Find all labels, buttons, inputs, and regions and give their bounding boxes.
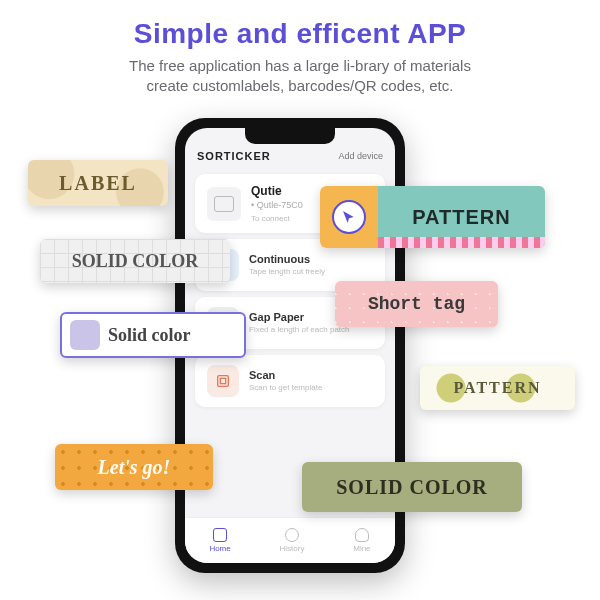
- scan-icon: [207, 365, 239, 397]
- page-subheading: The free application has a large li-brar…: [0, 56, 600, 97]
- dinosaur-icon: [70, 320, 100, 350]
- device-name: Qutie: [251, 184, 303, 198]
- device-sub: • Qutle-75C0: [251, 200, 303, 210]
- row-title: Scan: [249, 369, 322, 381]
- bottom-nav: Home History Mine: [185, 517, 395, 563]
- nav-history[interactable]: History: [280, 528, 305, 553]
- row-sub: Scan to get template: [249, 383, 322, 393]
- pattern-text: PATTERN: [412, 206, 510, 229]
- sample-lets-go: Let's go!: [55, 444, 213, 490]
- nav-label: History: [280, 544, 305, 553]
- home-icon: [213, 528, 227, 542]
- add-device-link[interactable]: Add device: [338, 151, 383, 161]
- nav-home[interactable]: Home: [209, 528, 230, 553]
- row-title: Continuous: [249, 253, 325, 265]
- svg-rect-3: [218, 376, 229, 387]
- sample-label: LABEL: [28, 160, 168, 206]
- subheading-line-2: create customlabels, barcodes/QR codes, …: [147, 77, 454, 94]
- sample-solid-olive: SOLID COLOR: [302, 462, 522, 512]
- clock-icon: [285, 528, 299, 542]
- row-sub: Tape length cut freely: [249, 267, 325, 277]
- subheading-line-1: The free application has a large li-brar…: [129, 57, 471, 74]
- user-icon: [355, 528, 369, 542]
- nav-label: Home: [209, 544, 230, 553]
- sample-pattern-green: PATTERN: [420, 366, 575, 410]
- pattern-text-panel: PATTERN: [378, 186, 545, 248]
- cursor-icon: [332, 200, 366, 234]
- pattern-icon-panel: [320, 186, 378, 248]
- phone-notch: [245, 128, 335, 144]
- nav-label: Mine: [353, 544, 370, 553]
- nav-mine[interactable]: Mine: [353, 528, 370, 553]
- row-sub: Fixed a length of each patch: [249, 325, 350, 335]
- device-thumb-icon: [207, 187, 241, 221]
- sample-pattern-large: PATTERN: [320, 186, 545, 248]
- svg-rect-4: [220, 378, 225, 383]
- row-scan[interactable]: Scan Scan to get template: [195, 355, 385, 407]
- solid-white-text: Solid color: [108, 325, 191, 346]
- sample-solid-gray: SOLID COLOR: [40, 239, 230, 283]
- app-title: SORTICKER: [197, 150, 271, 162]
- sample-solid-white: Solid color: [60, 312, 246, 358]
- sample-short-tag: Short tag: [335, 281, 498, 327]
- page-heading: Simple and efficent APP: [0, 18, 600, 50]
- device-status: To connect: [251, 214, 303, 223]
